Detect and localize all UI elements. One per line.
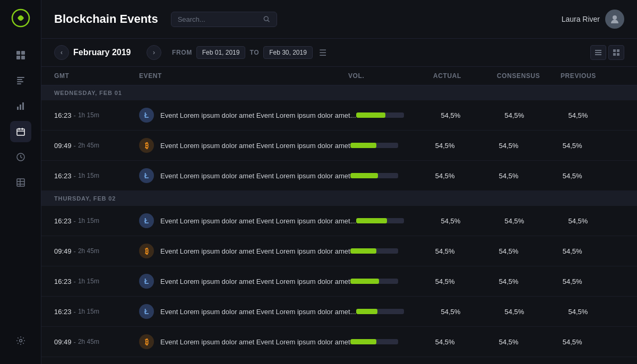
time-duration: 2h 45m — [78, 247, 99, 255]
vol-cell — [350, 143, 435, 148]
time-separator: - — [74, 217, 76, 225]
time-duration: 2h 45m — [78, 142, 99, 149]
coin-icon-ltc: Ł — [139, 108, 154, 123]
previous-value: 54,5% — [563, 338, 626, 346]
from-label: FROM — [172, 49, 192, 56]
sidebar-item-reports[interactable] — [10, 70, 31, 91]
sidebar-item-analytics[interactable] — [10, 96, 31, 117]
sidebar-item-calendar[interactable] — [10, 121, 31, 142]
time-separator: - — [74, 142, 76, 150]
list-view-button[interactable] — [590, 45, 606, 60]
sidebar-item-history[interactable] — [10, 146, 31, 168]
svg-rect-2 — [21, 51, 25, 55]
actual-value: 54,5% — [441, 111, 505, 119]
event-cell: Ł Event Lorem ipsum dolor amet Event Lor… — [139, 168, 350, 183]
svg-rect-8 — [17, 83, 21, 84]
app-logo[interactable] — [11, 8, 30, 28]
table-row[interactable]: 16:23 - 1h 15m Ł Event Lorem ipsum dolor… — [41, 297, 637, 327]
time-cell: 16:23 - 1h 15m — [54, 172, 139, 180]
month-nav: ‹ February 2019 › — [54, 45, 161, 60]
time-cell: 09:49 - 2h 45m — [54, 247, 139, 255]
vol-bar-fill — [356, 112, 386, 118]
avatar[interactable] — [605, 10, 624, 29]
actual-value: 54,5% — [441, 308, 505, 316]
sidebar-item-settings[interactable] — [10, 330, 31, 351]
table-row[interactable]: 16:23 - 1h 15m Ł Event Lorem ipsum dolor… — [41, 161, 637, 191]
vol-bar-bg — [356, 309, 404, 314]
grid-view-button[interactable] — [608, 45, 624, 60]
table-row[interactable]: 09:49 - 2h 45m ₿ Event Lorem ipsum dolor… — [41, 236, 637, 266]
header: Blockchain Events Laura River — [41, 0, 637, 39]
vol-cell — [356, 112, 441, 118]
time-value: 16:23 — [54, 278, 72, 285]
sidebar-item-table[interactable] — [10, 172, 31, 193]
event-text: Event Lorem ipsum dolor amet Event Lorem… — [160, 247, 350, 255]
vol-bar-fill — [350, 143, 377, 148]
from-date[interactable]: Feb 01, 2019 — [196, 46, 246, 59]
svg-rect-25 — [595, 50, 601, 51]
vol-bar-fill — [350, 279, 379, 284]
table-row[interactable]: 16:23 - 1h 15m Ł Event Lorem ipsum dolor… — [41, 266, 637, 297]
table-row[interactable]: 16:23 - 1h 15m Ł Event Lorem ipsum dolor… — [41, 206, 637, 236]
event-cell: ₿ Event Lorem ipsum dolor amet Event Lor… — [139, 244, 350, 258]
consensus-value: 54,5% — [505, 111, 569, 119]
event-text: Event Lorem ipsum dolor amet Event Lorem… — [160, 142, 350, 150]
event-cell: Ł Event Lorem ipsum dolor amet Event Lor… — [139, 304, 356, 319]
coin-icon-ltc: Ł — [139, 213, 154, 228]
table-row[interactable]: 09:49 - 2h 45m ₿ Event Lorem ipsum dolor… — [41, 327, 637, 357]
vol-bar-fill — [350, 339, 377, 344]
previous-value: 54,5% — [569, 217, 632, 225]
actual-value: 54,5% — [435, 278, 499, 285]
table-row[interactable]: 16:23 - 1h 15m Ł Event Lorem ipsum dolor… — [41, 100, 637, 131]
col-gmt: GMT — [54, 72, 139, 80]
coin-icon-ltc: Ł — [139, 304, 154, 319]
vol-cell — [350, 248, 435, 254]
svg-rect-12 — [17, 129, 24, 135]
time-separator: - — [74, 111, 76, 119]
vol-bar-fill — [356, 309, 378, 314]
actual-value: 54,5% — [435, 247, 499, 255]
time-duration: 1h 15m — [78, 278, 99, 285]
actual-value: 54,5% — [435, 172, 499, 180]
previous-value: 54,5% — [563, 172, 626, 180]
search-input[interactable] — [178, 15, 260, 23]
vol-bar-bg — [356, 218, 404, 223]
main-content: Blockchain Events Laura River ‹ February… — [41, 0, 637, 364]
svg-rect-4 — [21, 56, 25, 59]
page-title: Blockchain Events — [54, 12, 158, 26]
search-bar[interactable] — [171, 12, 277, 27]
vol-cell — [356, 309, 441, 314]
next-month-button[interactable]: › — [147, 45, 161, 60]
svg-rect-29 — [617, 49, 619, 52]
svg-rect-31 — [617, 53, 619, 56]
svg-rect-9 — [17, 107, 19, 110]
previous-value: 54,5% — [563, 142, 626, 150]
user-name: Laura River — [562, 15, 600, 23]
vol-bar-bg — [350, 173, 398, 178]
to-date[interactable]: Feb 30, 2019 — [263, 46, 313, 59]
table-row[interactable]: 09:49 - 2h 45m ₿ Event Lorem ipsum dolor… — [41, 131, 637, 161]
svg-point-22 — [264, 16, 269, 21]
prev-month-button[interactable]: ‹ — [54, 45, 69, 60]
event-cell: Ł Event Lorem ipsum dolor amet Event Lor… — [139, 274, 350, 289]
filter-menu-icon[interactable]: ☰ — [319, 48, 326, 58]
time-duration: 1h 15m — [78, 111, 99, 119]
vol-bar-bg — [350, 248, 398, 254]
actual-value: 54,5% — [435, 338, 499, 346]
actual-value: 54,5% — [441, 217, 505, 225]
coin-icon-ltc: Ł — [139, 274, 154, 289]
event-text: Event Lorem ipsum dolor amet Event Lorem… — [160, 111, 356, 119]
svg-rect-30 — [613, 53, 616, 56]
time-cell: 16:23 - 1h 15m — [54, 308, 139, 316]
coin-icon-btc: ₿ — [139, 334, 154, 349]
filter-bar: ‹ February 2019 › FROM Feb 01, 2019 TO F… — [41, 39, 637, 67]
consensus-value: 54,5% — [499, 338, 563, 346]
coin-icon-btc: ₿ — [139, 138, 154, 153]
svg-rect-3 — [16, 56, 20, 59]
consensus-value: 54,5% — [505, 308, 569, 316]
col-previous: Previous — [561, 72, 624, 80]
vol-bar-bg — [350, 339, 398, 344]
event-cell: Ł Event Lorem ipsum dolor amet Event Lor… — [139, 213, 356, 228]
svg-rect-7 — [17, 81, 23, 82]
sidebar-item-dashboard[interactable] — [10, 45, 31, 66]
